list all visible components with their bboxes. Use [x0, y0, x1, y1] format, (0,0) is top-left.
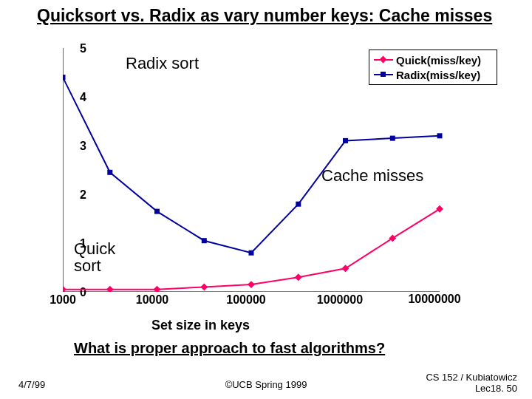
svg-rect-18: [295, 273, 302, 281]
svg-rect-27: [296, 202, 301, 207]
svg-rect-17: [248, 281, 255, 288]
legend-label-radix: Radix(miss/key): [396, 69, 480, 81]
legend: Quick(miss/key) Radix(miss/key): [369, 50, 497, 85]
x-tick-2: 100000: [213, 293, 279, 307]
annotation-radix: Radix sort: [126, 54, 199, 73]
x-tick-3: 1000000: [307, 293, 373, 307]
annotation-quick: Quick sort: [74, 240, 115, 274]
footer-course-line1: CS 152 / Kubiatowicz: [426, 372, 517, 383]
legend-row-quick: Quick(miss/key): [374, 52, 492, 67]
subquestion: What is proper approach to fast algorith…: [74, 340, 385, 357]
legend-swatch-quick: [374, 55, 393, 65]
x-tick-1: 10000: [119, 293, 185, 307]
svg-rect-24: [154, 209, 160, 214]
x-tick-4: 10000000: [401, 293, 468, 304]
svg-rect-23: [107, 170, 112, 175]
legend-label-quick: Quick(miss/key): [396, 54, 481, 66]
svg-rect-20: [389, 234, 396, 242]
footer-course-line2: Lec18. 50: [475, 383, 517, 394]
svg-rect-30: [437, 133, 443, 138]
svg-rect-14: [106, 286, 114, 292]
x-axis-label: Set size in keys: [151, 318, 250, 333]
chart: 5 4 3 2 1 0 1000 10000 100000 1000000 10…: [33, 41, 499, 314]
legend-row-radix: Radix(miss/key): [374, 67, 492, 82]
footer-course: CS 152 / Kubiatowicz Lec18. 50: [426, 372, 517, 395]
annotation-cache: Cache misses: [321, 166, 423, 185]
svg-rect-22: [63, 75, 66, 80]
svg-rect-21: [436, 205, 443, 213]
svg-rect-28: [343, 138, 348, 143]
svg-rect-25: [202, 238, 207, 243]
svg-rect-29: [390, 136, 395, 141]
slide-title: Quicksort vs. Radix as vary number keys:…: [37, 6, 525, 26]
svg-rect-19: [342, 265, 349, 272]
svg-rect-26: [249, 250, 254, 256]
x-tick-0: 1000: [30, 293, 96, 307]
svg-rect-16: [200, 283, 208, 290]
legend-swatch-radix: [374, 69, 393, 80]
svg-rect-15: [154, 286, 161, 292]
